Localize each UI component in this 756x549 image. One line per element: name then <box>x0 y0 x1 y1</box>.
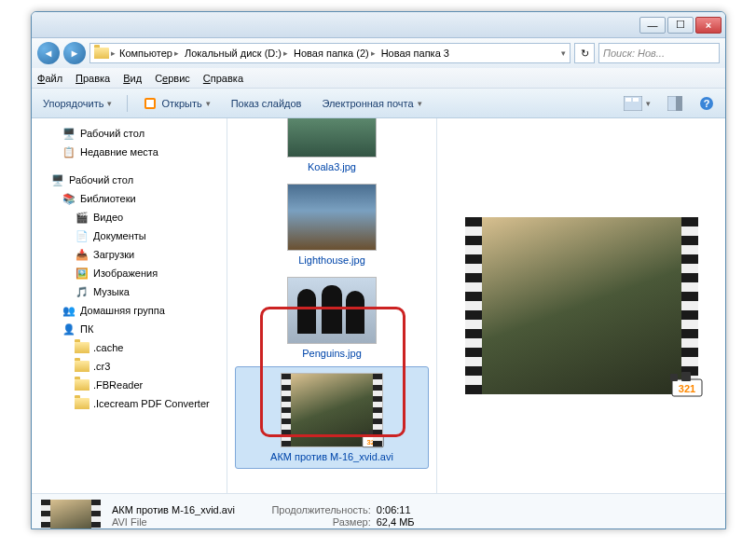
minimize-button[interactable]: — <box>639 17 666 34</box>
view-options-button[interactable]: ▾ <box>618 94 656 113</box>
svg-rect-15 <box>681 372 691 381</box>
breadcrumb-label[interactable]: Новая папка (2) <box>294 48 369 59</box>
status-size: 62,4 МБ <box>377 516 415 528</box>
file-label: АКМ против М-16_xvid.avi <box>240 451 424 462</box>
tree-item-folder[interactable]: .cr3 <box>35 357 223 376</box>
file-item-selected[interactable]: 321 АКМ против М-16_xvid.avi <box>235 366 429 469</box>
breadcrumb: Новая папка (2)▸ <box>292 48 378 59</box>
status-length-label: Продолжительность: <box>241 504 371 515</box>
breadcrumb-label[interactable]: Компьютер <box>119 48 172 59</box>
svg-rect-6 <box>676 96 682 111</box>
svg-rect-3 <box>625 98 631 102</box>
breadcrumb: Новая папка 3 <box>379 48 451 59</box>
status-filename: АКМ против М-16_xvid.avi <box>112 504 235 515</box>
svg-rect-1 <box>146 100 154 107</box>
file-item[interactable]: Koala3.jpg <box>227 118 436 178</box>
tree-item-folder[interactable]: .FBReader <box>35 376 223 394</box>
navigation-pane: 🖥️Рабочий стол 📋Недавние места 🖥️Рабочий… <box>32 118 227 493</box>
mpc-icon: 321 <box>668 372 706 400</box>
user-icon: 👤 <box>62 322 76 336</box>
maximize-button[interactable]: ☐ <box>667 17 694 34</box>
svg-rect-14 <box>670 374 678 381</box>
chevron-right-icon: ▸ <box>111 48 116 58</box>
desktop-icon: 🖥️ <box>50 172 65 187</box>
titlebar: — ☐ × <box>32 12 725 38</box>
menu-edit[interactable]: Правка <box>76 73 110 84</box>
menu-file[interactable]: Файл <box>37 73 62 84</box>
status-width: 320 <box>378 528 395 530</box>
pictures-icon: 🖼️ <box>75 266 89 281</box>
svg-text:321: 321 <box>367 438 380 446</box>
svg-text:321: 321 <box>678 383 694 394</box>
svg-rect-4 <box>633 98 639 102</box>
menu-tools[interactable]: Сервис <box>155 73 190 84</box>
docs-icon: 📄 <box>75 228 89 243</box>
libraries-icon: 📚 <box>62 191 76 206</box>
help-button[interactable]: ? <box>694 94 720 113</box>
breadcrumb-label[interactable]: Новая папка 3 <box>381 48 449 59</box>
tree-item-recent[interactable]: 📋Недавние места <box>35 143 223 161</box>
close-button[interactable]: × <box>695 17 722 34</box>
chevron-right-icon: ▸ <box>174 48 179 58</box>
tree-item-documents[interactable]: 📄Документы <box>35 226 223 245</box>
video-icon: 🎬 <box>75 210 89 225</box>
status-filetype: AVI File <box>112 516 147 528</box>
tree-item-music[interactable]: 🎵Музыка <box>35 282 223 301</box>
organize-button[interactable]: Упорядочить ▾ <box>37 96 117 111</box>
tree-item-desktop[interactable]: 🖥️Рабочий стол <box>35 124 223 143</box>
open-button[interactable]: Открыть ▾ <box>137 94 215 113</box>
folder-icon <box>75 359 89 374</box>
chevron-right-icon: ▸ <box>371 48 376 58</box>
tree-item-desktop-root[interactable]: 🖥️Рабочий стол <box>35 171 223 189</box>
chevron-right-icon: ▸ <box>283 48 288 58</box>
tree-item-downloads[interactable]: 📥Загрузки <box>35 245 223 264</box>
folder-icon <box>94 46 109 61</box>
svg-rect-11 <box>369 431 376 437</box>
mpc-icon: 321 <box>360 430 386 450</box>
address-bar[interactable]: ▸ Компьютер▸ Локальный диск (D:)▸ Новая … <box>89 43 570 63</box>
tree-item-folder[interactable]: .cache <box>35 338 223 357</box>
breadcrumb: Компьютер▸ <box>117 48 181 59</box>
file-label: Penguins.jpg <box>231 348 433 359</box>
svg-rect-10 <box>361 432 366 437</box>
status-length: 0:06:11 <box>377 504 411 515</box>
file-label: Koala3.jpg <box>231 161 433 172</box>
breadcrumb-label[interactable]: Локальный диск (D:) <box>185 48 282 59</box>
status-size-label: Размер: <box>153 516 371 528</box>
music-icon: 🎵 <box>75 284 89 299</box>
status-bar: АКМ против М-16_xvid.avi Продолжительнос… <box>32 493 725 529</box>
tree-item-homegroup[interactable]: 👥Домашняя группа <box>35 301 223 320</box>
homegroup-icon: 👥 <box>62 303 76 318</box>
desktop-icon: 🖥️ <box>62 126 76 141</box>
tree-item-pictures[interactable]: 🖼️Изображения <box>35 264 223 282</box>
refresh-button[interactable]: ↻ <box>574 43 595 63</box>
chevron-down-icon[interactable]: ▾ <box>561 48 566 58</box>
tree-item-folder[interactable]: .Icecream PDF Converter <box>35 394 223 413</box>
status-thumbnail <box>41 500 101 530</box>
email-button[interactable]: Электронная почта ▾ <box>316 96 427 111</box>
folder-icon <box>75 396 89 411</box>
file-label: Lighthouse.jpg <box>231 254 433 266</box>
tree-item-pc[interactable]: 👤ПК <box>35 320 223 338</box>
menu-view[interactable]: Вид <box>123 73 142 84</box>
file-item[interactable]: Lighthouse.jpg <box>227 178 436 271</box>
slideshow-button[interactable]: Показ слайдов <box>226 96 308 111</box>
search-input[interactable]: Поиск: Нов... <box>598 43 720 63</box>
file-item[interactable]: Penguins.jpg <box>227 271 436 364</box>
preview-pane: 321 <box>437 118 725 493</box>
preview-pane-button[interactable] <box>662 94 688 113</box>
folder-icon <box>75 377 89 392</box>
tree-item-libraries[interactable]: 📚Библиотеки <box>35 189 223 208</box>
recent-icon: 📋 <box>62 144 76 159</box>
preview-thumbnail: 321 <box>465 217 698 394</box>
downloads-icon: 📥 <box>75 247 89 262</box>
menu-help[interactable]: Справка <box>203 73 243 84</box>
folder-icon <box>75 340 89 355</box>
menu-bar: Файл Правка Вид Сервис Справка <box>32 68 725 89</box>
tree-item-videos[interactable]: 🎬Видео <box>35 208 223 226</box>
forward-button[interactable]: ► <box>63 42 86 64</box>
status-width-label: Ширина кадра: <box>112 528 373 530</box>
back-button[interactable]: ◄ <box>37 42 60 64</box>
svg-text:?: ? <box>704 98 710 109</box>
nav-bar: ◄ ► ▸ Компьютер▸ Локальный диск (D:)▸ Но… <box>32 38 725 68</box>
